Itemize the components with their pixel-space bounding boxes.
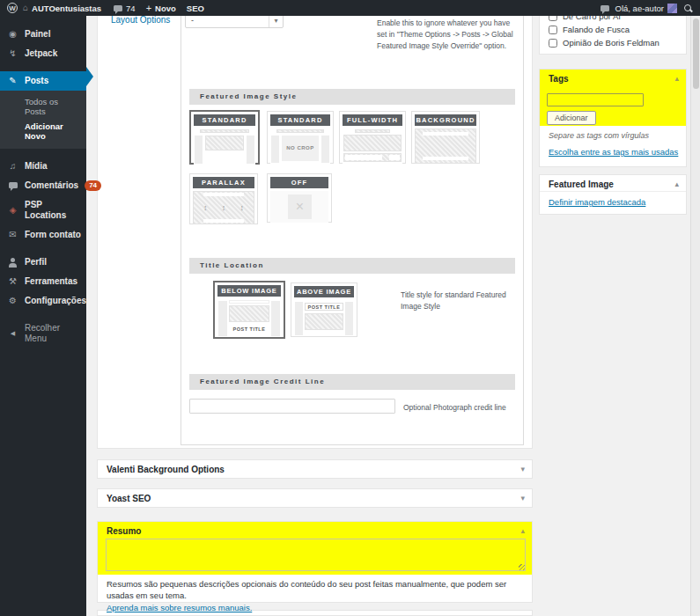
new-label: Novo xyxy=(155,4,176,13)
wordpress-admin-page: W ⌂ AUTOentusiastas 74 + Novo SEO Olá, a… xyxy=(0,0,700,616)
home-icon: ⌂ xyxy=(23,4,28,12)
tile-label: ABOVE IMAGE xyxy=(294,286,354,297)
credit-line-input[interactable] xyxy=(189,399,395,414)
site-name: AUTOentusiastas xyxy=(32,4,101,13)
valenti-background-options-panel: Valenti Background Options ▾ xyxy=(97,459,533,479)
tags-input[interactable] xyxy=(547,93,644,106)
yoast-seo-panel: Yoast SEO ▾ xyxy=(97,488,533,508)
seo-menu[interactable]: SEO xyxy=(187,4,204,13)
sidebar-label: Perfil xyxy=(25,257,47,268)
new-content-menu[interactable]: + Novo xyxy=(146,4,176,13)
notification-bubble-icon[interactable] xyxy=(601,5,609,11)
sidebar-item-midia[interactable]: ♫ Mídia xyxy=(0,157,86,176)
tile-standard[interactable]: STANDARD xyxy=(189,110,260,165)
chevron-up-icon[interactable]: ▴ xyxy=(674,180,679,188)
excerpt-textarea[interactable] xyxy=(106,539,526,571)
chevron-up-icon[interactable]: ▴ xyxy=(520,526,525,535)
jetpack-icon: ↯ xyxy=(7,48,18,59)
chevron-down-icon[interactable]: ▾ xyxy=(520,494,525,502)
panel-title[interactable]: Tags xyxy=(540,70,578,88)
avatar xyxy=(667,4,677,13)
comments-count-badge: 74 xyxy=(85,180,101,191)
comments-shortcut[interactable]: 74 xyxy=(114,4,136,13)
category-label: Opinião de Boris Feldman xyxy=(563,38,659,48)
tile-below-image[interactable]: BELOW IMAGE POST TITLE xyxy=(213,281,285,339)
tile-standard-no-crop[interactable]: STANDARD NO CROP xyxy=(267,111,334,164)
sidebar-item-painel[interactable]: ◉ Painel xyxy=(0,25,86,44)
updown-arrow-icon: ↕ xyxy=(222,203,226,212)
submenu-item-todos-os-posts[interactable]: Todos os Posts xyxy=(0,94,86,119)
resize-grip-icon[interactable] xyxy=(519,564,525,570)
tags-hint: Separe as tags com vírgulas xyxy=(549,131,649,140)
credit-line-note: Optional Photograph credit line xyxy=(403,402,522,414)
sidebar-item-recolher-menu[interactable]: ◀ Recolher Menu xyxy=(0,319,86,348)
panel-title[interactable]: Yoast SEO xyxy=(98,489,532,508)
updown-arrow-icon: ↕ xyxy=(239,203,244,212)
user-icon xyxy=(7,258,18,268)
media-icon: ♫ xyxy=(7,161,18,172)
sidebar-label: Configurações xyxy=(25,296,86,306)
tile-label: PARALLAX xyxy=(193,177,254,188)
sidebar-item-psp-locations[interactable]: ◈ PSP Locations xyxy=(0,195,86,225)
layout-options-panel: - ▾ Enable this to ignore whatever you h… xyxy=(181,5,524,445)
layout-options-metabox: Layout Options - ▾ Enable this to ignore… xyxy=(97,5,533,449)
resumo-description-text: Resumos são pequenas descrições opcionai… xyxy=(107,579,506,600)
featured-image-metabox: Featured Image ▴ Definir imagem destacad… xyxy=(539,174,687,215)
most-used-tags-link[interactable]: Escolha entre as tags mais usadas xyxy=(549,147,678,157)
panel-title[interactable]: Resumo xyxy=(98,522,150,540)
tile-above-image[interactable]: ABOVE IMAGE POST TITLE xyxy=(291,282,357,337)
section-title-location: Title Location xyxy=(189,258,515,274)
pushpin-icon: ✎ xyxy=(7,76,18,86)
override-help-text: Enable this to ignore whatever you have … xyxy=(377,18,519,53)
tile-parallax[interactable]: PARALLAX ↕ ↕ ↕ xyxy=(189,173,258,224)
category-checkbox[interactable] xyxy=(549,26,557,34)
tile-label: BELOW IMAGE xyxy=(217,285,281,297)
sidebar-item-jetpack[interactable]: ↯ Jetpack xyxy=(0,44,86,63)
tile-background[interactable]: BACKGROUND xyxy=(411,111,480,164)
sidebar-item-perfil[interactable]: Perfil xyxy=(0,253,86,272)
wordpress-logo-icon[interactable]: W xyxy=(7,3,18,13)
submenu-item-adicionar-novo[interactable]: Adicionar Novo xyxy=(0,119,86,143)
sidebar-label: Jetpack xyxy=(25,48,57,59)
sidebar-item-posts[interactable]: ✎ Posts xyxy=(0,71,86,91)
account-menu[interactable]: Olá, ae-autor xyxy=(615,4,677,13)
off-x-icon: × xyxy=(288,194,312,219)
select-value: - xyxy=(186,16,269,25)
tile-full-width[interactable]: FULL-WIDTH xyxy=(339,111,406,164)
category-row: Opinião de Boris Feldman xyxy=(540,36,686,49)
chevron-down-icon[interactable]: ▾ xyxy=(520,465,525,473)
tile-label: STANDARD xyxy=(270,114,330,126)
sidebar-item-comentarios[interactable]: Comentários 74 xyxy=(0,176,86,195)
sidebar-label: Ferramentas xyxy=(25,276,77,287)
sidebar-item-form-contato[interactable]: ✉ Form contato xyxy=(0,225,86,245)
sidebar-label: Comentários xyxy=(25,180,78,191)
scrollbar-thumb[interactable] xyxy=(693,18,699,89)
resumo-learn-more-link[interactable]: Aprenda mais sobre resumos manuais. xyxy=(107,603,252,612)
set-featured-image-link[interactable]: Definir imagem destacada xyxy=(549,197,645,207)
chevron-up-icon[interactable]: ▴ xyxy=(674,74,679,83)
updown-arrow-icon: ↕ xyxy=(203,203,208,212)
seo-label: SEO xyxy=(187,4,204,13)
section-credit-line: Featured Image Credit Line xyxy=(189,374,515,390)
sidebar-label: Mídia xyxy=(25,161,48,172)
post-title-label: POST TITLE xyxy=(229,326,269,332)
panel-title[interactable]: Valenti Background Options xyxy=(98,460,532,479)
category-row: Falando de Fusca xyxy=(540,23,686,36)
vertical-scrollbar[interactable] xyxy=(690,16,700,616)
sidebar-label: Painel xyxy=(25,29,50,40)
divider xyxy=(540,191,686,192)
tile-off[interactable]: OFF × xyxy=(267,173,332,223)
tab-layout-options[interactable]: Layout Options xyxy=(111,15,170,25)
user-greeting: Olá, ae-autor xyxy=(615,4,664,13)
sidebar-item-configuracoes[interactable]: ⚙ Configurações xyxy=(0,291,86,311)
search-icon[interactable] xyxy=(683,4,693,13)
tags-metabox: Tags ▴ Adicionar Separe as tags com vírg… xyxy=(539,69,687,167)
sidebar-item-ferramentas[interactable]: ⚒ Ferramentas xyxy=(0,272,86,291)
collapse-icon: ◀ xyxy=(7,330,18,337)
add-tag-button[interactable]: Adicionar xyxy=(547,111,596,125)
plus-icon: + xyxy=(146,4,151,13)
admin-top-bar: W ⌂ AUTOentusiastas 74 + Novo SEO Olá, a… xyxy=(0,0,700,16)
site-menu[interactable]: ⌂ AUTOentusiastas xyxy=(23,4,101,13)
category-checkbox[interactable] xyxy=(549,39,557,48)
tile-label: BACKGROUND xyxy=(415,114,476,126)
